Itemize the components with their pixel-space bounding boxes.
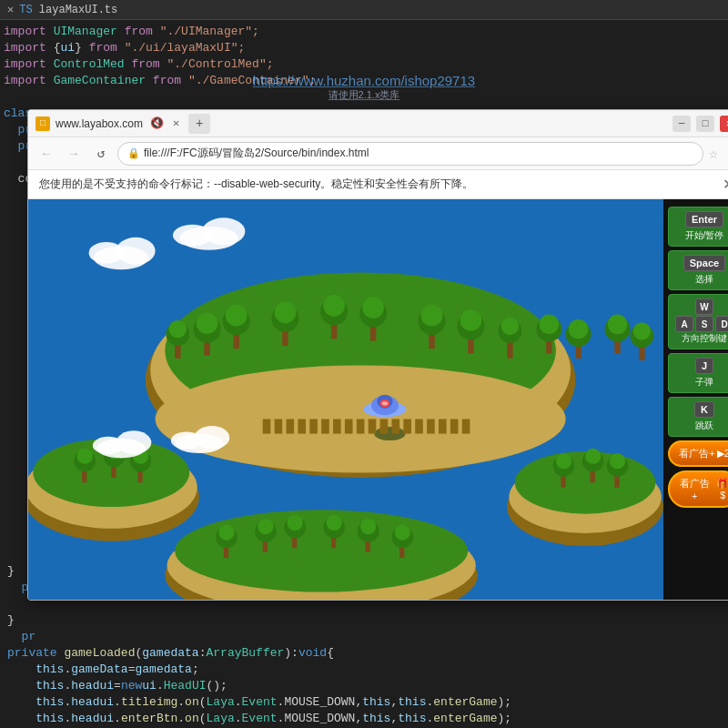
k-key-desc: 跳跃 — [676, 420, 728, 432]
browser-tab-title: www.layabox.com — [56, 117, 143, 130]
game-canvas — [28, 199, 663, 600]
svg-rect-119 — [403, 419, 411, 433]
code-line-2: import { ui } from "./ui/layaMaxUI"; — [0, 40, 728, 56]
svg-point-105 — [382, 401, 388, 405]
svg-rect-124 — [462, 419, 470, 433]
browser-menu-icon[interactable]: ⋮ — [723, 145, 728, 163]
svg-point-76 — [258, 519, 273, 534]
forward-button[interactable]: → — [63, 143, 85, 165]
j-key-label: J — [695, 358, 713, 374]
wasd-group: W A S D — [676, 298, 728, 332]
svg-point-88 — [395, 524, 410, 540]
svg-point-22 — [169, 320, 187, 338]
svg-point-46 — [569, 319, 588, 339]
close-button[interactable]: ✕ — [720, 116, 728, 132]
svg-point-100 — [171, 431, 202, 449]
bottom-code-line-5: pr — [4, 628, 724, 644]
svg-rect-120 — [415, 419, 423, 433]
w-key: W — [695, 298, 713, 315]
svg-rect-110 — [298, 419, 306, 433]
maximize-button[interactable]: □ — [696, 116, 714, 132]
ts-badge: TS — [19, 4, 32, 16]
enter-key-label: Enter — [685, 211, 723, 228]
svg-point-49 — [608, 315, 627, 334]
wasd-mid-row: A S D — [675, 316, 728, 332]
browser-titlebar: □ www.layabox.com 🔇 ✕ + ─ □ ✕ — [28, 110, 728, 137]
svg-rect-121 — [427, 419, 435, 433]
browser-win-controls: ─ □ ✕ — [672, 116, 728, 132]
wasd-key-desc: 方向控制键 — [676, 332, 728, 345]
code-line-5 — [0, 89, 728, 106]
svg-rect-107 — [263, 419, 271, 433]
svg-point-25 — [275, 302, 297, 324]
address-bar[interactable]: 🔒 file:///F:/FC源码/冒险岛2/Source/bin/index.… — [117, 142, 703, 166]
svg-point-82 — [327, 515, 342, 531]
ad-button-1[interactable]: 看广告+ ▶2 — [668, 440, 728, 467]
code-line-1: import UIManager from "./UIManager"; — [0, 24, 728, 40]
browser-mute-icon[interactable]: 🔇 — [150, 116, 164, 130]
svg-point-31 — [362, 297, 384, 318]
ad-button-2[interactable]: 看广告+ 🎁$ — [668, 470, 728, 508]
svg-point-19 — [226, 305, 248, 327]
svg-point-79 — [288, 515, 303, 531]
svg-point-91 — [89, 242, 125, 264]
back-button[interactable]: ← — [35, 143, 57, 165]
tab-label: TS layaMaxUI.ts — [19, 4, 117, 16]
svg-rect-114 — [345, 419, 353, 433]
security-warning-close-btn[interactable]: ✕ — [723, 176, 728, 193]
ad-btn-2-icon: 🎁$ — [713, 478, 728, 500]
svg-point-43 — [540, 315, 559, 334]
enter-key-block: Enter 开始/暂停 — [668, 207, 728, 247]
svg-point-94 — [173, 225, 212, 247]
d-key: D — [715, 316, 728, 332]
game-map-svg — [28, 199, 663, 600]
lock-icon: 🔒 — [127, 147, 140, 159]
k-key-block: K 跳跃 — [668, 397, 728, 437]
s-key: S — [695, 316, 713, 332]
svg-point-58 — [585, 449, 601, 464]
space-key-label: Space — [683, 255, 725, 271]
bottom-code-line-gameloaded: private gameLoaded(gamedata: ArrayBuffer… — [4, 644, 724, 661]
j-key-desc: 子弹 — [676, 376, 728, 389]
bookmark-star-icon[interactable]: ☆ — [709, 145, 718, 163]
a-key: A — [675, 316, 693, 332]
game-sidebar: Enter 开始/暂停 Space 选择 W A S — [663, 199, 728, 600]
k-key-label: K — [694, 401, 714, 418]
space-key-block: Space 选择 — [668, 250, 728, 290]
svg-rect-108 — [275, 419, 283, 433]
svg-rect-115 — [357, 419, 365, 433]
bottom-code-line-enterbtn: this.headui.enterBtn.on(Laya.Event.MOUSE… — [4, 710, 724, 726]
address-bar-row: ← → ↺ 🔒 file:///F:/FC源码/冒险岛2/Source/bin/… — [28, 137, 728, 170]
svg-point-37 — [460, 309, 482, 331]
tab-close-icon[interactable]: ✕ — [7, 3, 14, 16]
refresh-button[interactable]: ↺ — [90, 143, 112, 165]
svg-point-28 — [323, 295, 345, 317]
svg-point-61 — [610, 453, 625, 469]
tab-bar: ✕ TS layaMaxUI.ts — [0, 0, 728, 20]
url-text: file:///F:/FC源码/冒险岛2/Source/bin/index.ht… — [144, 146, 369, 161]
svg-point-52 — [633, 322, 651, 339]
svg-rect-118 — [391, 419, 399, 433]
svg-rect-111 — [309, 419, 318, 433]
svg-rect-112 — [321, 419, 329, 433]
enter-key-desc: 开始/暂停 — [676, 229, 728, 242]
svg-point-85 — [360, 519, 376, 534]
minimize-button[interactable]: ─ — [672, 116, 691, 132]
svg-rect-113 — [333, 419, 341, 433]
browser-tab-close-btn[interactable]: ✕ — [173, 116, 179, 130]
security-warning-bar: 您使用的是不受支持的命令行标记：--disable-web-security。稳… — [28, 170, 728, 199]
security-warning-text: 您使用的是不受支持的命令行标记：--disable-web-security。稳… — [39, 177, 473, 192]
svg-point-97 — [93, 437, 124, 454]
browser-favicon: □ — [35, 116, 50, 131]
svg-rect-123 — [450, 419, 459, 433]
ad-btn-2-text: 看广告+ — [677, 477, 712, 501]
j-key-block: J 子弹 — [668, 353, 728, 393]
code-line-4: import GameContainer from "./GameContain… — [0, 73, 728, 89]
game-content: Enter 开始/暂停 Space 选择 W A S — [28, 199, 728, 600]
browser-window: □ www.layabox.com 🔇 ✕ + ─ □ ✕ ← → ↺ 🔒 fi… — [27, 109, 728, 601]
svg-point-13 — [175, 510, 468, 592]
new-tab-button[interactable]: + — [188, 114, 210, 134]
wasd-key-block: W A S D 方向控制键 — [668, 294, 728, 349]
svg-point-73 — [218, 524, 234, 540]
svg-point-16 — [197, 312, 218, 334]
